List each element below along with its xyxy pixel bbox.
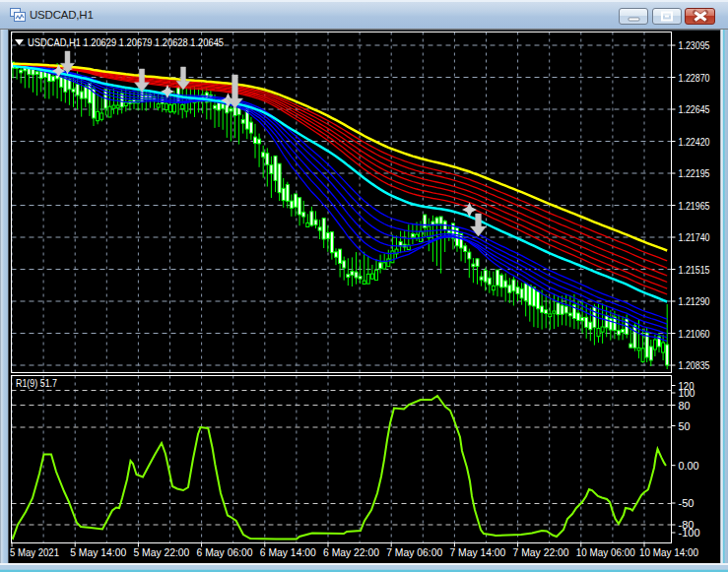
svg-text:10 May 06:00: 10 May 06:00 — [576, 546, 635, 558]
svg-text:USDCAD,H1 1.20629 1.20679 1.20: USDCAD,H1 1.20629 1.20679 1.20628 1.2064… — [28, 36, 224, 48]
svg-text:R1(9) 51.7: R1(9) 51.7 — [16, 377, 57, 389]
svg-text:1.21515: 1.21515 — [679, 264, 710, 276]
svg-text:1.22645: 1.22645 — [679, 103, 710, 115]
svg-text:1.21740: 1.21740 — [679, 231, 710, 243]
svg-text:6 May 06:00: 6 May 06:00 — [197, 546, 253, 558]
svg-text:1.22195: 1.22195 — [679, 167, 710, 179]
svg-text:6 May 22:00: 6 May 22:00 — [323, 546, 379, 558]
svg-text:-100: -100 — [679, 527, 700, 539]
svg-text:-50: -50 — [679, 497, 695, 509]
svg-text:7 May 14:00: 7 May 14:00 — [449, 546, 505, 558]
svg-text:10 May 14:00: 10 May 14:00 — [639, 546, 698, 558]
svg-text:1.22420: 1.22420 — [679, 136, 710, 148]
svg-text:1.21965: 1.21965 — [679, 200, 710, 212]
svg-text:6 May 14:00: 6 May 14:00 — [260, 546, 316, 558]
svg-text:7 May 06:00: 7 May 06:00 — [386, 546, 442, 558]
svg-text:1.21290: 1.21290 — [679, 295, 710, 307]
svg-text:5 May 2021: 5 May 2021 — [10, 546, 59, 558]
svg-text:7 May 22:00: 7 May 22:00 — [513, 546, 569, 558]
svg-text:1.23095: 1.23095 — [679, 39, 710, 51]
svg-text:1.22870: 1.22870 — [679, 72, 710, 84]
svg-text:100: 100 — [679, 387, 695, 399]
svg-text:5 May 14:00: 5 May 14:00 — [70, 546, 126, 558]
svg-text:0.00: 0.00 — [679, 460, 699, 472]
svg-text:50: 50 — [679, 420, 691, 432]
svg-text:1.21060: 1.21060 — [679, 328, 710, 340]
svg-text:1.20835: 1.20835 — [679, 359, 710, 371]
svg-text:5 May 22:00: 5 May 22:00 — [133, 546, 189, 558]
svg-text:80: 80 — [679, 400, 691, 412]
